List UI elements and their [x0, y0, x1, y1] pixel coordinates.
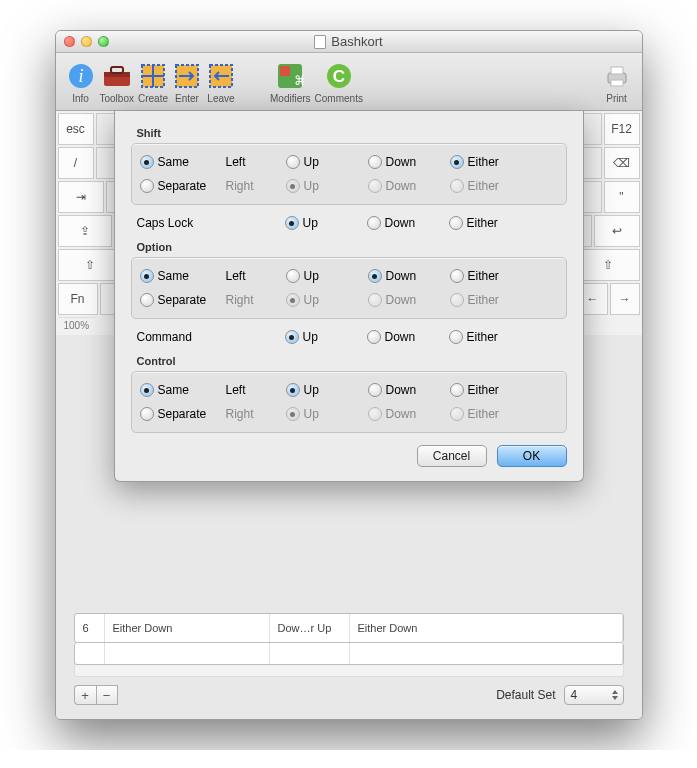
key-shift[interactable]: ⇧ [576, 249, 640, 281]
toolbar-item-leave[interactable]: Leave [206, 61, 236, 104]
cancel-button[interactable]: Cancel [417, 445, 487, 467]
control-right-label: Right [226, 407, 286, 421]
table-cell: Either Down [350, 614, 623, 642]
shift-right-down-radio: Down [368, 179, 450, 193]
command-label: Command [137, 330, 285, 344]
modifiers-icon: ⌘ [275, 61, 305, 91]
svg-rect-16 [611, 67, 623, 74]
sets-table[interactable]: 6 Either Down Dow…r Up Either Down [74, 613, 624, 643]
default-set-label: Default Set [496, 688, 555, 702]
key-f12[interactable]: F12 [604, 113, 640, 145]
toolbar-label: Comments [315, 93, 363, 104]
control-left-label: Left [226, 383, 286, 397]
key[interactable]: / [58, 147, 94, 179]
section-option-label: Option [137, 241, 567, 253]
shift-group: Same Left Up Down Either Separate Right … [131, 143, 567, 205]
shift-same-radio[interactable]: Same [140, 155, 226, 169]
zoom-level[interactable]: 100% [58, 317, 96, 333]
shift-right-either-radio: Either [450, 179, 532, 193]
key-shift[interactable]: ⇧ [58, 249, 122, 281]
info-icon: i [66, 61, 96, 91]
capslock-up-radio[interactable]: Up [285, 216, 367, 230]
lower-panel: 6 Either Down Dow…r Up Either Down + − D… [56, 605, 642, 719]
option-left-up-radio[interactable]: Up [286, 269, 368, 283]
create-icon [138, 61, 168, 91]
key-arrow[interactable]: → [610, 283, 640, 315]
toolbar-item-create[interactable]: Create [138, 61, 168, 104]
option-left-label: Left [226, 269, 286, 283]
option-group: Same Left Up Down Either Separate Right … [131, 257, 567, 319]
control-right-up-radio: Up [286, 407, 368, 421]
option-same-radio[interactable]: Same [140, 269, 226, 283]
toolbox-icon [102, 61, 132, 91]
shift-left-label: Left [226, 155, 286, 169]
control-right-either-radio: Either [450, 407, 532, 421]
comments-icon: C [324, 61, 354, 91]
toolbar-item-comments[interactable]: C Comments [315, 61, 363, 104]
svg-text:i: i [78, 66, 83, 86]
capslock-either-radio[interactable]: Either [449, 216, 531, 230]
enter-icon [172, 61, 202, 91]
table-cell: 6 [75, 614, 105, 642]
toolbar-item-print[interactable]: Print [602, 61, 632, 104]
add-button[interactable]: + [74, 685, 96, 705]
control-same-radio[interactable]: Same [140, 383, 226, 397]
key[interactable]: " [604, 181, 640, 213]
svg-text:⌘: ⌘ [294, 73, 304, 88]
print-icon [602, 61, 632, 91]
option-left-either-radio[interactable]: Either [450, 269, 532, 283]
toolbar-label: Print [606, 93, 627, 104]
leave-icon [206, 61, 236, 91]
svg-rect-4 [111, 67, 123, 73]
sets-table-empty-row [74, 643, 624, 665]
control-right-down-radio: Down [368, 407, 450, 421]
svg-rect-17 [611, 80, 623, 86]
shift-left-up-radio[interactable]: Up [286, 155, 368, 169]
toolbar-item-info[interactable]: i Info [66, 61, 96, 104]
shift-right-up-radio: Up [286, 179, 368, 193]
ok-button[interactable]: OK [497, 445, 567, 467]
toolbar-label: Leave [207, 93, 234, 104]
window: Bashkort i Info Toolbox Create Enter [55, 30, 643, 720]
toolbar-item-toolbox[interactable]: Toolbox [100, 61, 134, 104]
toolbar-label: Enter [175, 93, 199, 104]
option-right-up-radio: Up [286, 293, 368, 307]
window-title-text: Bashkort [331, 34, 382, 49]
option-right-either-radio: Either [450, 293, 532, 307]
toolbar-item-enter[interactable]: Enter [172, 61, 202, 104]
toolbar: i Info Toolbox Create Enter Lea [56, 53, 642, 111]
capslock-down-radio[interactable]: Down [367, 216, 449, 230]
command-either-radio[interactable]: Either [449, 330, 531, 344]
toolbar-label: Modifiers [270, 93, 311, 104]
key-enter[interactable]: ↩ [594, 215, 640, 247]
table-cell: Dow…r Up [270, 614, 350, 642]
remove-button[interactable]: − [96, 685, 118, 705]
document-icon [314, 35, 326, 49]
control-left-up-radio[interactable]: Up [286, 383, 368, 397]
section-control-label: Control [137, 355, 567, 367]
control-left-down-radio[interactable]: Down [368, 383, 450, 397]
toolbar-label: Info [72, 93, 89, 104]
key-caps[interactable]: ⇪ [58, 215, 112, 247]
default-set-select[interactable]: 4 [564, 685, 624, 705]
control-left-either-radio[interactable]: Either [450, 383, 532, 397]
control-separate-radio[interactable]: Separate [140, 407, 226, 421]
key-fn[interactable]: Fn [58, 283, 98, 315]
option-right-down-radio: Down [368, 293, 450, 307]
key-backspace[interactable]: ⌫ [604, 147, 640, 179]
table-scrollbar[interactable] [74, 665, 624, 677]
shift-left-down-radio[interactable]: Down [368, 155, 450, 169]
option-left-down-radio[interactable]: Down [368, 269, 450, 283]
shift-separate-radio[interactable]: Separate [140, 179, 226, 193]
toolbar-item-modifiers[interactable]: ⌘ Modifiers [270, 61, 311, 104]
control-group: Same Left Up Down Either Separate Right … [131, 371, 567, 433]
option-separate-radio[interactable]: Separate [140, 293, 226, 307]
key-tab[interactable]: ⇥ [58, 181, 104, 213]
command-up-radio[interactable]: Up [285, 330, 367, 344]
table-cell: Either Down [105, 614, 270, 642]
window-title: Bashkort [56, 34, 642, 49]
shift-left-either-radio[interactable]: Either [450, 155, 532, 169]
command-down-radio[interactable]: Down [367, 330, 449, 344]
section-shift-label: Shift [137, 127, 567, 139]
key-esc[interactable]: esc [58, 113, 94, 145]
